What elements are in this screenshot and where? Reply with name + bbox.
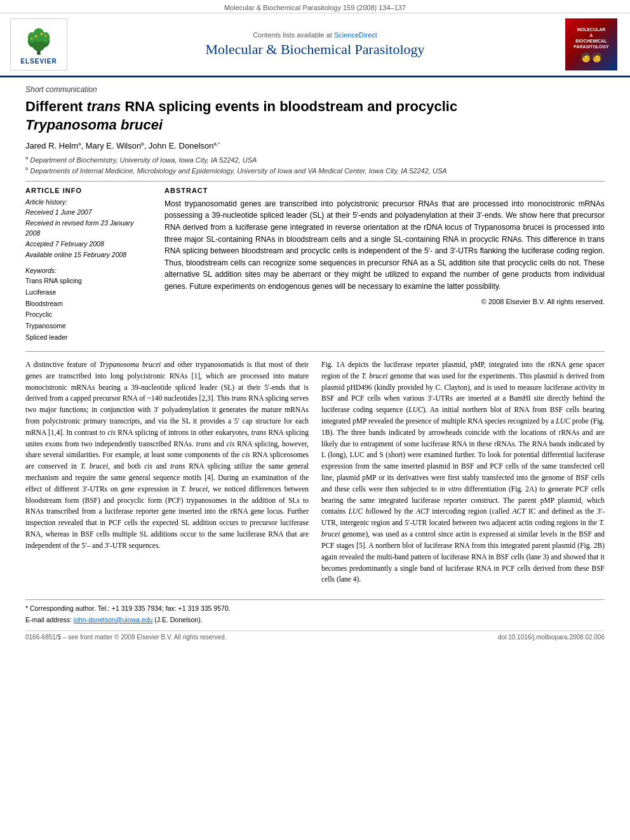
top-banner: ELSEVIER Contents lists available at Sci… [0,13,630,77]
footnote-email: E-mail address: john-donelson@uiowa.edu … [25,615,605,625]
journal-title-banner: Molecular & Biochemical Parasitology [205,41,424,58]
title-text-part1: Different [25,98,87,114]
body-left-column: A distinctive feature of Trypanosoma bru… [25,359,309,589]
svg-point-7 [35,35,37,37]
svg-point-9 [31,37,33,39]
banner-center: Contents lists available at ScienceDirec… [74,18,556,70]
history-received: Received 1 June 2007 [25,207,149,218]
abstract-column: ABSTRACT Most trypanosomatid genes are t… [164,187,605,343]
title-italic-trans: trans [87,98,121,114]
title-italic-species: Trypanosoma brucei [25,117,163,133]
svg-point-6 [42,32,50,42]
history-available: Available online 15 February 2008 [25,250,149,260]
divider-2 [25,351,605,352]
author-helm: Jared R. Helma, [25,141,86,150]
article-type: Short communication [25,85,605,94]
author-donelson: John E. Donelsona,* [149,141,220,150]
authors-line: Jared R. Helma, Mary E. Wilsonb, John E.… [25,140,605,150]
keyword-trypanosome: Trypanosome [25,321,149,332]
keyword-luciferase: Luciferase [25,287,149,298]
keywords-title: Keywords: [25,267,149,274]
article-info-heading: ARTICLE INFO [25,187,149,194]
journal-logo-box: MOLECULAR&BIOCHEMICALPARASITOLOGY 🧑🧑 [565,18,617,70]
footnote-area: * Corresponding author. Tel.: +1 319 335… [25,599,605,625]
keyword-spliced: Spliced leader [25,332,149,343]
sciencedirect-link[interactable]: ScienceDirect [334,31,377,39]
article-info-column: ARTICLE INFO Article history: Received 1… [25,187,149,343]
divider-1 [25,181,605,182]
body-left-para: A distinctive feature of Trypanosoma bru… [25,359,309,552]
article-history: Article history: Received 1 June 2007 Re… [25,198,149,260]
journal-citation: Molecular & Biochemical Parasitology 159… [224,4,406,11]
journal-header: Molecular & Biochemical Parasitology 159… [0,0,630,13]
journal-logo-right: MOLECULAR&BIOCHEMICALPARASITOLOGY 🧑🧑 [563,18,620,70]
body-text-section: A distinctive feature of Trypanosoma bru… [25,359,605,589]
history-title: Article history: [25,198,149,206]
info-abstract-section: ARTICLE INFO Article history: Received 1… [25,187,605,343]
affiliation-a: a Department of Biochemistry, University… [25,154,605,165]
footnote-corresponding: * Corresponding author. Tel.: +1 319 335… [25,604,605,614]
author-wilson: Mary E. Wilsonb, [86,141,149,150]
doi-line: doi:10.1016/j.molbiopara.2008.02.006 [498,634,605,641]
affiliations: a Department of Biochemistry, University… [25,154,605,176]
issn-line: 0166-6851/$ – see front matter © 2008 El… [25,634,227,641]
email-address[interactable]: john-donelson@uiowa.edu [74,616,153,623]
svg-point-5 [28,32,36,42]
elsevier-wordmark: ELSEVIER [20,58,57,65]
elsevier-logo: ELSEVIER [10,18,67,70]
keyword-trans: Trans RNA splicing [25,276,149,287]
body-right-para: Fig. 1A depicts the luciferase reporter … [321,359,605,585]
keywords-section: Keywords: Trans RNA splicing Luciferase … [25,267,149,343]
article-title: Different trans RNA splicing events in b… [25,98,605,134]
history-accepted: Accepted 7 February 2008 [25,239,149,250]
abstract-body: Most trypanosomatid genes are transcribe… [164,198,605,293]
sciencedirect-label: Contents lists available at ScienceDirec… [253,31,377,39]
abstract-heading: ABSTRACT [164,187,605,194]
main-content: Short communication Different trans RNA … [0,77,630,648]
elsevier-tree-icon [20,25,58,57]
title-text-part2: RNA splicing events in bloodstream and p… [121,98,457,114]
svg-point-10 [45,34,47,36]
keyword-bloodstream: Bloodstream [25,298,149,310]
copyright-notice: © 2008 Elsevier B.V. All rights reserved… [164,298,605,305]
svg-point-8 [41,32,43,35]
keyword-procyclic: Procyclic [25,309,149,321]
bottom-info: 0166-6851/$ – see front matter © 2008 El… [25,630,605,641]
affiliation-b: b Departments of Internal Medicine, Micr… [25,165,605,176]
body-right-column: Fig. 1A depicts the luciferase reporter … [321,359,605,589]
history-revised: Received in revised form 23 January 2008 [25,218,149,239]
